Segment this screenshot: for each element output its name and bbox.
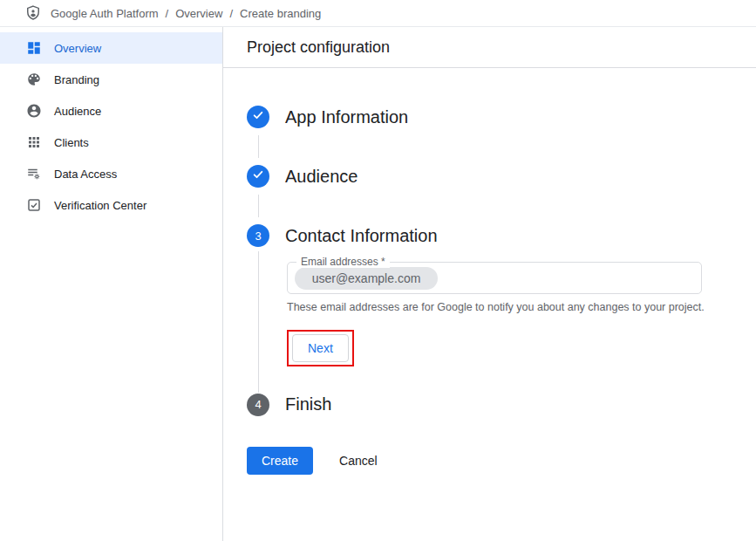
sidebar-item-clients[interactable]: Clients bbox=[0, 127, 222, 158]
apps-grid-icon bbox=[26, 134, 42, 150]
breadcrumb-separator: / bbox=[166, 7, 169, 20]
breadcrumb-google-auth-platform[interactable]: Google Auth Platform bbox=[51, 7, 159, 20]
step-connector bbox=[258, 135, 756, 158]
sidebar-item-overview[interactable]: Overview bbox=[0, 32, 222, 64]
main-content: Project configuration App Information bbox=[223, 27, 756, 541]
sidebar-item-label: Data Access bbox=[54, 168, 117, 181]
step-completed-circle bbox=[247, 106, 269, 128]
step-label: Audience bbox=[285, 167, 358, 187]
sidebar: Overview Branding Audience Clients bbox=[0, 27, 223, 541]
breadcrumb-create-branding: Create branding bbox=[240, 7, 321, 20]
breadcrumb-separator: / bbox=[229, 7, 233, 20]
palette-icon bbox=[26, 72, 42, 87]
step-completed-circle bbox=[247, 165, 269, 188]
email-helper-text: These email addresses are for Google to … bbox=[287, 300, 705, 316]
sidebar-item-label: Audience bbox=[54, 105, 101, 118]
step-audience[interactable]: Audience bbox=[247, 164, 756, 188]
data-access-gear-icon bbox=[26, 166, 42, 181]
email-field-label: Email addresses * bbox=[296, 256, 390, 268]
contact-information-form: Email addresses * user@example.com These… bbox=[258, 251, 756, 393]
step-pending-circle: 4 bbox=[247, 394, 269, 416]
breadcrumb-overview[interactable]: Overview bbox=[175, 7, 222, 20]
top-bar: Google Auth Platform / Overview / Create… bbox=[0, 0, 756, 27]
step-label: Contact Information bbox=[285, 226, 438, 246]
cancel-button[interactable]: Cancel bbox=[339, 454, 378, 468]
person-circle-icon bbox=[26, 103, 42, 119]
form-actions: Create Cancel bbox=[247, 447, 756, 475]
step-label: App Information bbox=[285, 107, 408, 127]
page-title: Project configuration bbox=[223, 27, 756, 68]
sidebar-item-label: Branding bbox=[54, 73, 99, 86]
checkbox-check-icon bbox=[26, 197, 42, 213]
auth-platform-logo-icon bbox=[24, 4, 42, 22]
step-number: 4 bbox=[255, 398, 261, 411]
email-chip[interactable]: user@example.com bbox=[295, 267, 438, 290]
step-app-information[interactable]: App Information bbox=[247, 105, 756, 129]
next-button[interactable]: Next bbox=[292, 334, 349, 362]
sidebar-item-label: Clients bbox=[54, 136, 89, 149]
step-connector bbox=[258, 195, 756, 217]
sidebar-item-label: Verification Center bbox=[54, 199, 146, 212]
step-label: Finish bbox=[285, 394, 331, 414]
sidebar-item-branding[interactable]: Branding bbox=[0, 64, 222, 95]
step-number: 3 bbox=[255, 229, 261, 243]
check-icon bbox=[252, 168, 264, 184]
overview-dashboard-icon bbox=[26, 40, 42, 56]
create-button[interactable]: Create bbox=[247, 447, 313, 475]
step-finish[interactable]: 4 Finish bbox=[247, 393, 756, 417]
sidebar-item-audience[interactable]: Audience bbox=[0, 95, 222, 127]
step-contact-information[interactable]: 3 Contact Information bbox=[247, 223, 756, 248]
email-addresses-field[interactable]: Email addresses * user@example.com bbox=[287, 262, 702, 294]
sidebar-item-verification-center[interactable]: Verification Center bbox=[0, 189, 222, 221]
sidebar-item-label: Overview bbox=[54, 42, 101, 55]
check-icon bbox=[252, 109, 264, 125]
annotation-highlight-box: Next bbox=[287, 330, 354, 366]
breadcrumb: Google Auth Platform / Overview / Create… bbox=[51, 7, 321, 20]
sidebar-item-data-access[interactable]: Data Access bbox=[0, 158, 222, 189]
step-active-circle: 3 bbox=[247, 224, 269, 247]
